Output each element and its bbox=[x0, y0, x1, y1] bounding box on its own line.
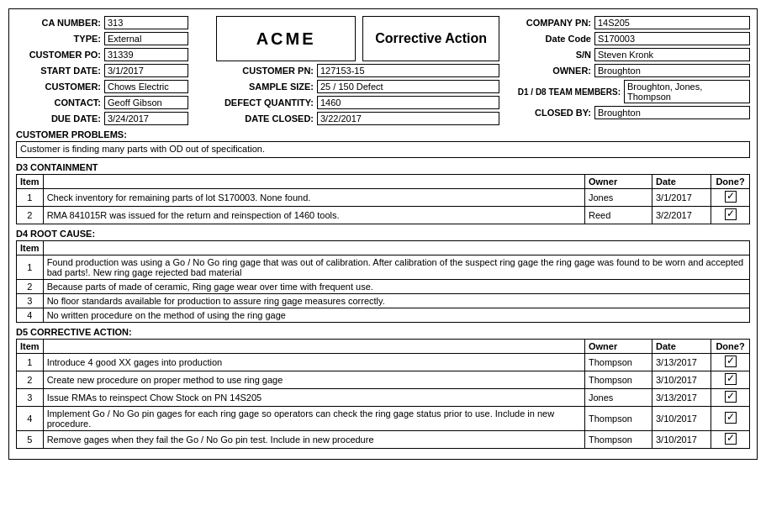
closed-by-label: CLOSED BY: bbox=[506, 108, 594, 118]
d3-col-desc bbox=[43, 175, 584, 189]
table-row: 4 Implement Go / No Go pin gages for eac… bbox=[17, 407, 750, 431]
d4-col-item: Item bbox=[17, 241, 44, 255]
customer-pn-value: 127153-15 bbox=[317, 64, 499, 77]
header-left: CA NUMBER: 313 TYPE: External CUSTOMER P… bbox=[16, 16, 209, 61]
d5-date: 3/13/2017 bbox=[652, 354, 711, 371]
closed-by-row: CLOSED BY: Broughton bbox=[506, 106, 750, 119]
d3-title: D3 CONTAINMENT bbox=[16, 162, 750, 172]
table-row: 4 No written procedure on the method of … bbox=[17, 308, 750, 323]
d3-col-date: Date bbox=[652, 175, 711, 189]
type-value: External bbox=[104, 32, 188, 45]
due-date-row: DUE DATE: 3/24/2017 bbox=[16, 112, 209, 125]
d5-done bbox=[711, 354, 750, 371]
table-row: 3 No floor standards available for produ… bbox=[17, 294, 750, 308]
customer-po-row: CUSTOMER PO: 31339 bbox=[16, 48, 209, 61]
d4-desc: Found production was using a Go / No Go … bbox=[43, 255, 749, 280]
d5-desc: Introduce 4 good XX gages into productio… bbox=[43, 354, 584, 371]
d1d8-value: Broughton, Jones, Thompson bbox=[624, 80, 750, 103]
sample-size-row: SAMPLE SIZE: 25 / 150 Defect bbox=[216, 80, 499, 93]
sn-row: S/N Steven Kronk bbox=[506, 48, 750, 61]
acme-logo-box: ACME bbox=[216, 16, 356, 61]
d4-desc: No written procedure on the method of us… bbox=[43, 308, 749, 323]
checkbox-icon bbox=[725, 391, 737, 403]
d5-owner: Thompson bbox=[585, 371, 652, 389]
type-label: TYPE: bbox=[16, 34, 104, 44]
defect-qty-value: 1460 bbox=[317, 96, 499, 109]
checkbox-icon bbox=[725, 433, 737, 445]
d3-item-num: 1 bbox=[17, 189, 44, 207]
d3-desc: RMA 841015R was issued for the return an… bbox=[43, 207, 584, 224]
d5-col-date: Date bbox=[652, 340, 711, 354]
d5-item-num: 2 bbox=[17, 371, 44, 389]
d3-col-item: Item bbox=[17, 175, 44, 189]
sample-size-label: SAMPLE SIZE: bbox=[216, 82, 317, 92]
checkbox-icon bbox=[725, 191, 737, 203]
table-row: 2 Because parts of made of ceramic, Ring… bbox=[17, 280, 750, 294]
d4-desc: Because parts of made of ceramic, Ring g… bbox=[43, 280, 749, 294]
d3-done bbox=[711, 189, 750, 207]
d5-date: 3/10/2017 bbox=[652, 431, 711, 449]
d5-table: Item Owner Date Done? 1 Introduce 4 good… bbox=[16, 339, 750, 449]
closed-by-value: Broughton bbox=[594, 106, 750, 119]
sn-label: S/N bbox=[506, 50, 594, 60]
d4-title: D4 ROOT CAUSE: bbox=[16, 229, 750, 239]
page: CA NUMBER: 313 TYPE: External CUSTOMER P… bbox=[8, 8, 758, 460]
checkbox-icon bbox=[725, 373, 737, 385]
customer-po-value: 31339 bbox=[104, 48, 188, 61]
d5-date: 3/10/2017 bbox=[652, 407, 711, 431]
d5-col-owner: Owner bbox=[585, 340, 652, 354]
d5-owner: Jones bbox=[585, 389, 652, 407]
d4-item-num: 4 bbox=[17, 308, 44, 323]
d5-desc: Remove gages when they fail the Go / No … bbox=[43, 431, 584, 449]
d4-col-desc bbox=[43, 241, 749, 255]
customer-row: CUSTOMER: Chows Electric bbox=[16, 80, 209, 93]
ca-number-label: CA NUMBER: bbox=[16, 18, 104, 28]
d5-title: D5 CORRECTIVE ACTION: bbox=[16, 327, 750, 337]
header-right-top: COMPANY PN: 14S205 Date Code S170003 S/N… bbox=[506, 16, 750, 61]
company-pn-value: 14S205 bbox=[594, 16, 750, 29]
table-row: 2 Create new procedure on proper method … bbox=[17, 371, 750, 389]
contact-value: Geoff Gibson bbox=[104, 96, 188, 109]
customer-po-label: CUSTOMER PO: bbox=[16, 50, 104, 60]
d3-desc: Check inventory for remaining parts of l… bbox=[43, 189, 584, 207]
d5-item-num: 1 bbox=[17, 354, 44, 371]
d4-section: D4 ROOT CAUSE: Item 1 Found production w… bbox=[16, 229, 750, 323]
d3-done bbox=[711, 207, 750, 224]
type-row: TYPE: External bbox=[16, 32, 209, 45]
d5-done bbox=[711, 407, 750, 431]
customer-label: CUSTOMER: bbox=[16, 82, 104, 92]
ca-title: Corrective Action bbox=[375, 31, 487, 46]
d3-table: Item Owner Date Done? 1 Check inventory … bbox=[16, 174, 750, 224]
defect-qty-label: DEFECT QUANTITY: bbox=[216, 97, 317, 108]
d4-table: Item 1 Found production was using a Go /… bbox=[16, 240, 750, 323]
date-closed-label: DATE CLOSED: bbox=[216, 113, 317, 124]
d4-item-num: 2 bbox=[17, 280, 44, 294]
d4-desc: No floor standards available for product… bbox=[43, 294, 749, 308]
header-left-2: START DATE: 3/1/2017 CUSTOMER: Chows Ele… bbox=[16, 64, 209, 125]
d5-desc: Create new procedure on proper method to… bbox=[43, 371, 584, 389]
d3-col-owner: Owner bbox=[585, 175, 652, 189]
d5-item-num: 5 bbox=[17, 431, 44, 449]
d5-owner: Thompson bbox=[585, 431, 652, 449]
d5-done bbox=[711, 431, 750, 449]
date-closed-value: 3/22/2017 bbox=[317, 112, 499, 125]
d3-section: D3 CONTAINMENT Item Owner Date Done? 1 C… bbox=[16, 162, 750, 224]
sn-value: Steven Kronk bbox=[594, 48, 750, 61]
d5-desc: Issue RMAs to reinspect Chow Stock on PN… bbox=[43, 389, 584, 407]
customer-pn-row: CUSTOMER PN: 127153-15 bbox=[216, 64, 499, 77]
customer-problems-section: CUSTOMER PROBLEMS: Customer is finding m… bbox=[16, 129, 750, 158]
d5-owner: Thompson bbox=[585, 407, 652, 431]
start-date-label: START DATE: bbox=[16, 66, 104, 76]
table-row: 1 Introduce 4 good XX gages into product… bbox=[17, 354, 750, 371]
d3-col-done: Done? bbox=[711, 175, 750, 189]
date-closed-row: DATE CLOSED: 3/22/2017 bbox=[216, 112, 499, 125]
header-right-bottom: OWNER: Broughton D1 / D8 TEAM MEMBERS: B… bbox=[506, 64, 750, 125]
checkbox-icon bbox=[725, 356, 737, 367]
contact-label: CONTACT: bbox=[16, 97, 104, 108]
date-code-label: Date Code bbox=[506, 34, 594, 44]
owner-row: OWNER: Broughton bbox=[506, 64, 750, 77]
owner-value: Broughton bbox=[594, 64, 750, 77]
d3-owner: Jones bbox=[585, 189, 652, 207]
due-date-value: 3/24/2017 bbox=[104, 112, 188, 125]
d5-col-item: Item bbox=[17, 340, 44, 354]
